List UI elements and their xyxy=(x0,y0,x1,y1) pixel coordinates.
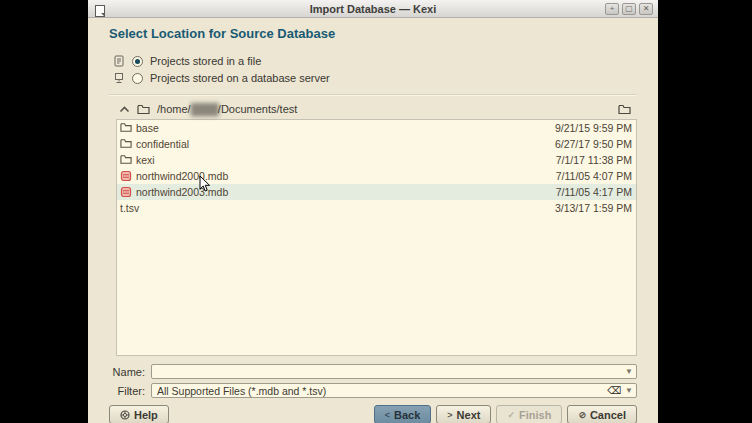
button-row: Help < Back > Next ✓ Finish xyxy=(109,405,637,423)
close-button[interactable]: ✕ xyxy=(639,3,653,15)
clear-filter-icon[interactable]: ⌫ xyxy=(607,386,621,396)
keep-above-button[interactable]: + xyxy=(605,3,619,15)
import-database-dialog: Import Database — Kexi +▢✕ Select Locati… xyxy=(88,0,658,423)
name-label: Name: xyxy=(109,366,145,378)
file-icon xyxy=(113,55,125,67)
option-label: Projects stored on a database server xyxy=(150,72,330,84)
cancel-button[interactable]: ⊘ Cancel xyxy=(567,405,637,423)
database-file-icon xyxy=(120,186,132,198)
path-suffix: /Documents/test xyxy=(218,103,297,115)
finish-button: ✓ Finish xyxy=(496,405,562,423)
name-combobox[interactable]: ▼ xyxy=(151,364,637,379)
help-icon xyxy=(120,410,130,420)
server-icon xyxy=(113,72,125,84)
new-folder-button[interactable] xyxy=(618,104,631,115)
folder-icon xyxy=(120,122,132,134)
mouse-cursor xyxy=(199,175,211,193)
check-icon: ✓ xyxy=(507,410,515,420)
radio-button[interactable] xyxy=(132,73,143,84)
maximize-button[interactable]: ▢ xyxy=(622,3,636,15)
file-name: confidential xyxy=(136,138,555,150)
finish-button-label: Finish xyxy=(519,409,551,421)
file-name: base xyxy=(136,122,555,134)
desktop-background: Import Database — Kexi +▢✕ Select Locati… xyxy=(0,0,752,423)
section-divider xyxy=(109,94,637,96)
filter-row: Filter: All Supported Files (*.mdb and *… xyxy=(109,383,637,398)
database-file-icon xyxy=(120,170,132,182)
file-list-row[interactable]: northwind2003.mdb 7/11/05 4:17 PM xyxy=(117,184,636,200)
file-modified-date: 9/21/15 9:59 PM xyxy=(555,122,632,134)
cancel-icon: ⊘ xyxy=(578,410,586,420)
next-button[interactable]: > Next xyxy=(436,405,491,423)
path-username-redacted: ████ xyxy=(191,103,218,115)
filter-label: Filter: xyxy=(109,385,145,397)
folder-icon xyxy=(137,104,150,115)
help-button-label: Help xyxy=(134,409,158,421)
filter-combobox[interactable]: All Supported Files (*.mdb and *.tsv) ⌫ … xyxy=(151,383,637,398)
current-path[interactable]: /home/████/Documents/test xyxy=(157,103,297,115)
chevron-left-icon: < xyxy=(385,410,390,420)
file-modified-date: 3/13/17 1:59 PM xyxy=(555,202,632,214)
file-name: kexi xyxy=(136,154,556,166)
option-label: Projects stored in a file xyxy=(150,55,261,67)
next-button-label: Next xyxy=(457,409,481,421)
window-controls: +▢✕ xyxy=(605,3,658,15)
dialog-body: Select Location for Source Database Proj… xyxy=(88,18,658,423)
title-bar[interactable]: Import Database — Kexi +▢✕ xyxy=(88,0,658,18)
file-list[interactable]: base 9/21/15 9:59 PM confidential 6/27/1… xyxy=(116,119,637,356)
file-modified-date: 6/27/17 9:50 PM xyxy=(555,138,632,150)
nav-buttons: < Back > Next ✓ Finish ⊘ Cancel xyxy=(374,405,637,423)
name-row: Name: ▼ xyxy=(109,364,637,379)
file-modified-date: 7/1/17 11:38 PM xyxy=(556,154,632,166)
source-type-options: Projects stored in a file Projects store… xyxy=(113,55,637,84)
page-title: Select Location for Source Database xyxy=(109,26,637,41)
file-modified-date: 7/11/05 4:17 PM xyxy=(556,186,632,198)
file-list-row[interactable]: kexi 7/1/17 11:38 PM xyxy=(117,152,636,168)
file-list-row[interactable]: base 9/21/15 9:59 PM xyxy=(117,120,636,136)
file-list-row[interactable]: t.tsv 3/13/17 1:59 PM xyxy=(117,200,636,216)
folder-icon xyxy=(120,138,132,150)
chevron-down-icon[interactable]: ▼ xyxy=(625,367,633,376)
go-up-button[interactable] xyxy=(119,105,130,114)
chevron-right-icon: > xyxy=(447,410,452,420)
window-title: Import Database — Kexi xyxy=(88,3,658,15)
back-button[interactable]: < Back xyxy=(374,405,432,423)
file-list-row[interactable]: confidential 6/27/17 9:50 PM xyxy=(117,136,636,152)
source-option-file[interactable]: Projects stored in a file xyxy=(113,55,637,67)
source-option-server[interactable]: Projects stored on a database server xyxy=(113,72,637,84)
file-modified-date: 7/11/05 4:07 PM xyxy=(556,170,632,182)
back-button-label: Back xyxy=(394,409,420,421)
location-bar: /home/████/Documents/test xyxy=(109,103,637,115)
filter-value: All Supported Files (*.mdb and *.tsv) xyxy=(157,385,603,397)
file-name: t.tsv xyxy=(120,202,555,214)
chevron-down-icon[interactable]: ▼ xyxy=(625,386,633,395)
radio-button[interactable] xyxy=(132,56,143,67)
file-list-row[interactable]: northwind2000.mdb 7/11/05 4:07 PM xyxy=(117,168,636,184)
cancel-button-label: Cancel xyxy=(590,409,626,421)
folder-icon xyxy=(120,154,132,166)
help-button[interactable]: Help xyxy=(109,405,169,423)
path-prefix: /home/ xyxy=(157,103,191,115)
